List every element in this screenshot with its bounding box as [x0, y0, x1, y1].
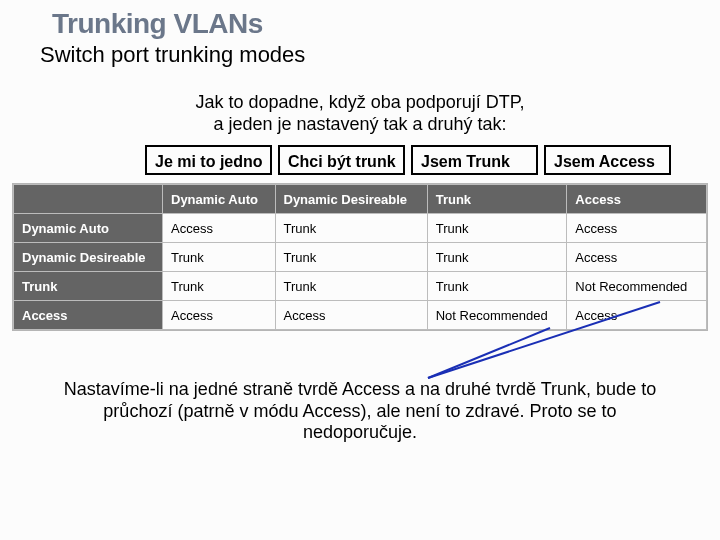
- slide-title: Trunking VLANs: [52, 8, 720, 40]
- row-dynamic-desirable: Dynamic Desireable: [14, 243, 163, 272]
- cell: Trunk: [427, 214, 567, 243]
- mode-label-row: Je mi to jedno Chci být trunk Jsem Trunk…: [145, 145, 720, 175]
- cell: Access: [163, 214, 276, 243]
- slide-subtitle: Switch port trunking modes: [40, 42, 720, 68]
- cell: Trunk: [427, 243, 567, 272]
- col-dynamic-auto: Dynamic Auto: [163, 185, 276, 214]
- row-dynamic-auto: Dynamic Auto: [14, 214, 163, 243]
- intro-line-2: a jeden je nastavený tak a druhý tak:: [213, 114, 506, 134]
- cell: Access: [567, 243, 707, 272]
- cell: Access: [163, 301, 276, 330]
- table-row: Access Access Access Not Recommended Acc…: [14, 301, 707, 330]
- mode-label-trunk: Jsem Trunk: [411, 145, 538, 175]
- table-row: Dynamic Auto Access Trunk Trunk Access: [14, 214, 707, 243]
- note-line-1: Nastavíme-li na jedné straně tvrdě Acces…: [64, 379, 656, 399]
- cell: Access: [275, 301, 427, 330]
- dtp-matrix-table: Dynamic Auto Dynamic Desireable Trunk Ac…: [13, 184, 707, 330]
- col-trunk: Trunk: [427, 185, 567, 214]
- footnote: Nastavíme-li na jedné straně tvrdě Acces…: [30, 379, 690, 444]
- cell: Access: [567, 301, 707, 330]
- cell: Trunk: [163, 272, 276, 301]
- mode-label-access: Jsem Access: [544, 145, 671, 175]
- annotation-line-icon: [428, 328, 550, 378]
- cell: Not Recommended: [427, 301, 567, 330]
- matrix-table-wrap: Dynamic Auto Dynamic Desireable Trunk Ac…: [12, 183, 708, 331]
- cell: Trunk: [275, 243, 427, 272]
- cell: Trunk: [427, 272, 567, 301]
- intro-line-1: Jak to dopadne, když oba podporují DTP,: [196, 92, 525, 112]
- cell: Trunk: [275, 272, 427, 301]
- cell: Trunk: [275, 214, 427, 243]
- note-line-2: průchozí (patrně v módu Access), ale nen…: [103, 401, 616, 421]
- intro-text: Jak to dopadne, když oba podporují DTP, …: [0, 92, 720, 135]
- table-row: Dynamic Desireable Trunk Trunk Trunk Acc…: [14, 243, 707, 272]
- row-access: Access: [14, 301, 163, 330]
- row-trunk: Trunk: [14, 272, 163, 301]
- matrix-header-row: Dynamic Auto Dynamic Desireable Trunk Ac…: [14, 185, 707, 214]
- note-line-3: nedoporučuje.: [303, 422, 417, 442]
- col-access: Access: [567, 185, 707, 214]
- col-dynamic-desirable: Dynamic Desireable: [275, 185, 427, 214]
- mode-label-desirable: Chci být trunk: [278, 145, 405, 175]
- cell: Access: [567, 214, 707, 243]
- cell: Trunk: [163, 243, 276, 272]
- table-row: Trunk Trunk Trunk Trunk Not Recommended: [14, 272, 707, 301]
- mode-label-auto: Je mi to jedno: [145, 145, 272, 175]
- cell: Not Recommended: [567, 272, 707, 301]
- matrix-corner: [14, 185, 163, 214]
